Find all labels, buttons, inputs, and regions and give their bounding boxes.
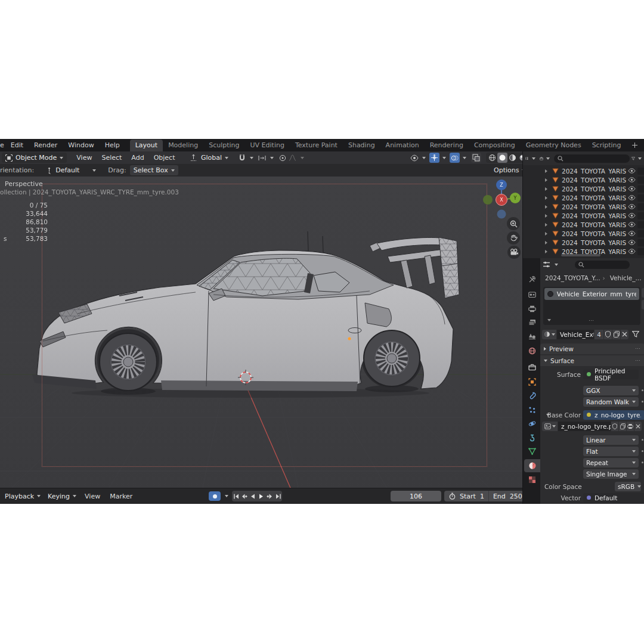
tab-rendering[interactable]: Rendering [425, 140, 469, 151]
expand-icon[interactable] [545, 196, 547, 200]
object-name[interactable]: 2024_TOYOTA_YARIS_WRC_ [562, 230, 628, 237]
tab-world[interactable] [524, 344, 540, 357]
image-fake-user-button[interactable] [611, 422, 618, 431]
tab-render[interactable] [524, 288, 540, 301]
timeline-view-menu[interactable]: View [80, 493, 105, 500]
menu-help[interactable]: Help [100, 141, 125, 149]
tab-modifiers[interactable] [524, 389, 540, 402]
expand-icon[interactable] [545, 214, 547, 218]
vector-input-button[interactable]: Default [583, 493, 644, 503]
outliner-row[interactable]: 2024_TOYOTA_YARIS_WRC_ [523, 229, 644, 238]
expand-icon[interactable] [545, 250, 547, 253]
expand-icon[interactable] [545, 232, 547, 236]
jump-to-end-button[interactable] [274, 491, 282, 501]
outliner-row[interactable]: 2024_TOYOTA_YARIS_WRC_ [523, 211, 644, 220]
decorator-dot[interactable] [642, 450, 643, 452]
tab-scene[interactable] [524, 330, 540, 343]
disable-render-icon[interactable] [637, 194, 644, 202]
disable-render-icon[interactable] [637, 230, 644, 237]
pan-button[interactable] [507, 231, 520, 244]
preview-panel-header[interactable]: Preview [540, 343, 644, 354]
image-browse-button[interactable] [542, 422, 558, 431]
shading-wireframe-button[interactable] [487, 153, 497, 163]
outliner-search-input[interactable] [554, 154, 630, 163]
disable-render-icon[interactable] [637, 212, 644, 219]
tab-geometry-nodes[interactable]: Geometry Nodes [521, 140, 587, 151]
chevron-down-icon[interactable] [270, 157, 274, 159]
expand-icon[interactable] [545, 169, 547, 173]
hide-eye-icon[interactable] [628, 204, 636, 209]
menu-view[interactable]: View [72, 154, 97, 162]
tab-object[interactable] [524, 375, 540, 388]
interpolation-dropdown[interactable]: Linear [583, 435, 639, 445]
tab-view-layer[interactable] [524, 316, 540, 329]
material-specials-button[interactable] [632, 331, 639, 338]
outliner-row[interactable]: 2024_TOYOTA_YARIS_WRC_ [523, 175, 644, 184]
shading-material-button[interactable] [507, 153, 518, 163]
mode-selector[interactable]: Object Mode [2, 153, 67, 163]
disable-render-icon[interactable] [637, 239, 644, 246]
base-color-texture-button[interactable]: z_no-logo_tyre.png [583, 410, 644, 420]
extension-dropdown[interactable]: Repeat [583, 458, 639, 467]
orientation-default-dropdown[interactable]: Default [42, 165, 100, 175]
disable-render-icon[interactable] [637, 248, 644, 255]
proportional-edit-toggle[interactable] [277, 153, 287, 163]
hide-eye-icon[interactable] [628, 195, 636, 200]
surface-shader-button[interactable]: Principled BSDF [583, 370, 639, 379]
image-pack-button[interactable] [627, 422, 634, 431]
outliner-filter-collection[interactable] [540, 153, 550, 163]
tab-output[interactable] [524, 302, 540, 315]
current-frame-field[interactable]: 106 [391, 491, 441, 501]
tab-tool[interactable] [524, 273, 540, 286]
color-space-dropdown[interactable]: sRGB [615, 482, 641, 491]
expand-icon[interactable] [545, 187, 547, 191]
breadcrumb-object[interactable]: 2024_TOYOTA_Y... [545, 274, 600, 281]
object-name[interactable]: 2024_TOYOTA_YARIS_WRC_ [562, 212, 628, 219]
shading-solid-button[interactable] [497, 153, 507, 163]
tab-constraints[interactable] [524, 431, 540, 444]
disable-render-icon[interactable] [637, 177, 644, 184]
tab-scripting[interactable]: Scripting [587, 140, 627, 151]
chevron-down-icon[interactable] [463, 157, 466, 159]
tab-texture-paint[interactable]: Texture Paint [290, 140, 343, 151]
outliner-row[interactable]: 2024_TOYOTA_YARIS_WRC_ [523, 238, 644, 247]
new-material-button[interactable] [612, 330, 620, 339]
tab-texture[interactable] [524, 473, 540, 486]
orientation-dropdown[interactable]: Global [197, 153, 232, 163]
object-name[interactable]: 2024_TOYOTA_YARIS_WRC_ [562, 185, 628, 193]
tab-compositing[interactable]: Compositing [469, 140, 521, 151]
source-dropdown[interactable]: Single Image [583, 469, 639, 479]
xray-toggle[interactable] [471, 153, 481, 163]
disable-render-icon[interactable] [637, 203, 644, 210]
object-types-visibility-button[interactable] [409, 153, 419, 163]
chevron-down-icon[interactable] [555, 264, 558, 266]
tab-collection[interactable] [524, 361, 540, 374]
overlays-toggle[interactable] [450, 153, 460, 163]
material-name-field[interactable]: Vehicle_Exteri... [557, 330, 594, 339]
object-name[interactable]: 2024_TOYOTA_YARIS_WRC_ [562, 168, 628, 175]
end-value[interactable]: 250 [510, 493, 522, 500]
outliner-display-mode[interactable] [525, 153, 535, 163]
tab-uv-editing[interactable]: UV Editing [245, 140, 290, 151]
timeline-marker-menu[interactable]: Marker [105, 493, 137, 500]
breadcrumb-material[interactable]: Vehicle_... [610, 274, 642, 281]
play-button[interactable] [257, 491, 265, 501]
outliner-row[interactable]: 2024_TOYOTA_YARIS_WRC_ [523, 220, 644, 229]
tab-particles[interactable] [524, 403, 540, 416]
jump-to-start-button[interactable] [232, 491, 240, 501]
menu-select[interactable]: Select [97, 154, 126, 162]
image-new-button[interactable] [619, 422, 626, 431]
proportional-falloff-button[interactable] [287, 153, 298, 163]
menu-edit[interactable]: Edit [5, 141, 29, 149]
object-name[interactable]: 2024_TOYOTA_YARIS_WRC_ [562, 239, 628, 246]
outliner-row[interactable]: 2024_TOYOTA_YARIS_WRC_ [523, 193, 644, 202]
slot-add-button[interactable] [642, 288, 644, 298]
decorator-dot[interactable] [642, 439, 643, 441]
material-users-count[interactable]: 4 [595, 330, 603, 339]
tab-shading[interactable]: Shading [343, 140, 380, 151]
outliner-row[interactable]: 2024_TOYOTA_YARIS_WRC_ [523, 166, 644, 175]
hide-eye-icon[interactable] [628, 177, 636, 182]
menu-object[interactable]: Object [149, 154, 180, 162]
properties-search-input[interactable] [575, 261, 630, 269]
decorator-dot[interactable] [642, 389, 643, 391]
